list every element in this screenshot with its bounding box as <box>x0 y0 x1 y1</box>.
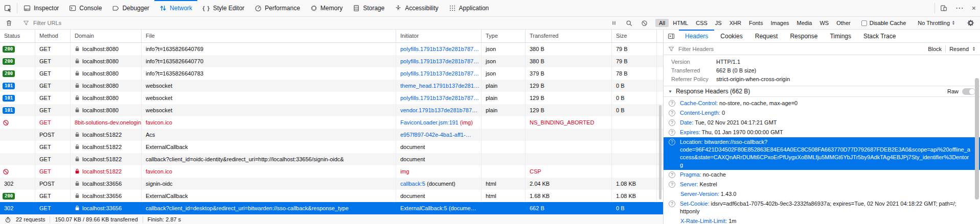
request-row[interactable]: 101GETlocalhost:8080websockettheme_head.… <box>0 80 663 92</box>
throttling-select[interactable]: No Throttling ▲▼ <box>913 20 960 26</box>
details-tab-stack-trace[interactable]: Stack Trace <box>857 30 902 42</box>
header-text: Location: bitwarden://sso-callback?code=… <box>680 138 972 169</box>
filter-other[interactable]: Other <box>833 19 854 27</box>
help-icon[interactable]: ? <box>669 119 675 126</box>
help-icon[interactable]: ? <box>669 110 675 116</box>
filter-urls-box[interactable] <box>19 19 607 27</box>
filter-xhr[interactable]: XHR <box>726 19 745 27</box>
disable-cache-checkbox[interactable] <box>861 20 867 26</box>
request-row[interactable]: POSTlocalhost:51822Acse957f897-042e-4ba1… <box>0 129 663 141</box>
initiator-link[interactable]: FaviconLoader.jsm:191 <box>400 119 459 126</box>
filter-images[interactable]: Images <box>767 19 792 27</box>
tab-inspector[interactable]: Inspector <box>18 0 64 16</box>
block-requests-button[interactable] <box>637 20 652 27</box>
tab-application[interactable]: Application <box>444 0 494 16</box>
split-console-button[interactable] <box>664 30 679 42</box>
column-header-size[interactable]: Size <box>612 30 657 42</box>
request-row[interactable]: 302GETlocalhost:33656callback?client_id=… <box>0 202 663 214</box>
column-header-transferred[interactable]: Transferred <box>526 30 612 42</box>
request-row[interactable]: 200GETlocalhost:33656ExternalCallbackdoc… <box>0 190 663 202</box>
filter-ws[interactable]: WS <box>816 19 832 27</box>
help-icon[interactable]: ? <box>669 201 675 207</box>
tab-accessibility[interactable]: Accessibility <box>390 0 443 16</box>
help-icon[interactable]: ? <box>669 129 675 136</box>
details-tab-timings[interactable]: Timings <box>824 30 857 42</box>
block-url-button[interactable]: Block <box>928 46 942 52</box>
help-icon[interactable]: ? <box>669 181 675 188</box>
help-icon[interactable]: ? <box>669 100 675 107</box>
tab-console[interactable]: Console <box>64 0 107 16</box>
request-row[interactable]: 200GETlocalhost:8080info?t=1635826640769… <box>0 43 663 55</box>
header-row[interactable]: ?Date: Tue, 02 Nov 2021 04:17:21 GMT <box>664 118 980 128</box>
header-row[interactable]: ?Server: Kestrel <box>664 180 980 189</box>
column-header-initiator[interactable]: Initiator <box>396 30 482 42</box>
tab-debugger[interactable]: Debugger <box>107 0 154 16</box>
column-header-domain[interactable]: Domain <box>71 30 142 42</box>
filter-all[interactable]: All <box>655 19 669 27</box>
request-row[interactable]: 101GETlocalhost:8080websocketpolyfills.1… <box>0 92 663 104</box>
disable-cache-control[interactable]: Disable Cache <box>858 20 910 26</box>
request-row[interactable]: GETlocalhost:51822favicon.icoimgCSP <box>0 165 663 178</box>
header-row[interactable]: ?Expires: Thu, 01 Jan 1970 00:00:00 GMT <box>664 128 980 137</box>
initiator-link[interactable]: polyfills.1791b137de281b787… <box>400 58 479 64</box>
tab-style-editor[interactable]: { }Style Editor <box>197 0 249 16</box>
details-tab-request[interactable]: Request <box>749 30 784 42</box>
funnel-icon <box>23 20 29 26</box>
response-headers-section[interactable]: ▼ Response Headers (662 B) Raw <box>664 86 980 97</box>
filter-fonts[interactable]: Fonts <box>745 19 767 27</box>
tab-memory[interactable]: Memory <box>305 0 348 16</box>
initiator-link[interactable]: polyfills.1791b137de281b787… <box>400 95 479 101</box>
resend-button[interactable]: Resend <box>949 46 969 52</box>
header-row[interactable]: ?Cache-Control: no-store, no-cache, max-… <box>664 98 980 108</box>
filter-html[interactable]: HTML <box>669 19 692 27</box>
header-row[interactable]: ?Content-Length: 0 <box>664 108 980 118</box>
initiator-link[interactable]: vendor.1791b137de281b787… <box>400 107 477 113</box>
request-row[interactable]: GETlocalhost:51822ExternalCallbackdocume… <box>0 141 663 153</box>
header-row[interactable]: ?Pragma: no-cache <box>664 170 980 180</box>
header-row[interactable]: ?Location: bitwarden://sso-callback?code… <box>664 137 980 170</box>
node-picker-button[interactable] <box>0 0 16 16</box>
column-header-file[interactable]: File <box>142 30 396 42</box>
column-header-type[interactable]: Type <box>482 30 526 42</box>
tab-network[interactable]: Network <box>154 0 197 16</box>
requests-scrollbar-thumb[interactable] <box>659 105 662 200</box>
responsive-design-button[interactable] <box>936 0 951 16</box>
request-row[interactable]: GET8bit-solutions-dev.onelogin.…favicon.… <box>0 116 663 129</box>
header-text: Server-Version: 1.43.0 <box>680 190 736 198</box>
column-header-method[interactable]: Method <box>35 30 71 42</box>
help-icon[interactable]: ? <box>669 139 675 145</box>
filter-urls-input[interactable] <box>32 19 186 27</box>
initiator-link[interactable]: polyfills.1791b137de281b787… <box>400 46 479 52</box>
details-scrollbar-thumb[interactable] <box>975 78 979 200</box>
close-devtools-button[interactable]: × <box>968 0 980 16</box>
request-row[interactable]: GETlocalhost:51822callback?client_id=oid… <box>0 153 663 165</box>
help-icon[interactable]: ? <box>669 171 675 178</box>
initiator-link[interactable]: callback:5 <box>400 181 425 187</box>
initiator-link[interactable]: polyfills.1791b137de281b787… <box>400 70 479 77</box>
initiator-link[interactable]: e957f897-042e-4ba1-aff1-… <box>400 132 471 138</box>
header-row[interactable]: Server-Version: 1.43.0 <box>664 189 980 199</box>
request-row[interactable]: 200GETlocalhost:8080info?t=1635826640770… <box>0 55 663 67</box>
toolbox-menu-button[interactable]: ⋯ <box>951 0 968 16</box>
details-tab-response[interactable]: Response <box>784 30 824 42</box>
initiator-link[interactable]: theme_head.1791b137de281… <box>400 83 480 89</box>
details-tab-headers[interactable]: Headers <box>679 30 714 42</box>
request-row[interactable]: 302POSTlocalhost:33656signin-oidccallbac… <box>0 178 663 190</box>
request-row[interactable]: 200GETlocalhost:8080info?t=1635826640783… <box>0 67 663 80</box>
filter-media[interactable]: Media <box>793 19 816 27</box>
pause-traffic-button[interactable] <box>607 20 621 26</box>
filter-headers-input[interactable] <box>677 45 780 53</box>
network-settings-button[interactable] <box>963 19 978 27</box>
column-header-status[interactable]: Status <box>0 30 35 42</box>
search-requests-button[interactable] <box>622 20 636 27</box>
header-row[interactable]: X-Rate-Limit-Limit: 1m <box>664 216 980 224</box>
details-tab-cookies[interactable]: Cookies <box>714 30 748 42</box>
request-row[interactable]: 101GETlocalhost:8080websocketvendor.1791… <box>0 104 663 116</box>
clear-requests-button[interactable] <box>2 19 16 27</box>
tab-storage[interactable]: Storage <box>348 0 390 16</box>
filter-js[interactable]: JS <box>712 19 725 27</box>
filter-css[interactable]: CSS <box>692 19 711 27</box>
tab-performance[interactable]: Performance <box>249 0 305 16</box>
header-row[interactable]: ?Set-Cookie: idsrv=adf6cba1-7075-402b-9e… <box>664 199 980 216</box>
raw-toggle[interactable] <box>962 88 975 95</box>
